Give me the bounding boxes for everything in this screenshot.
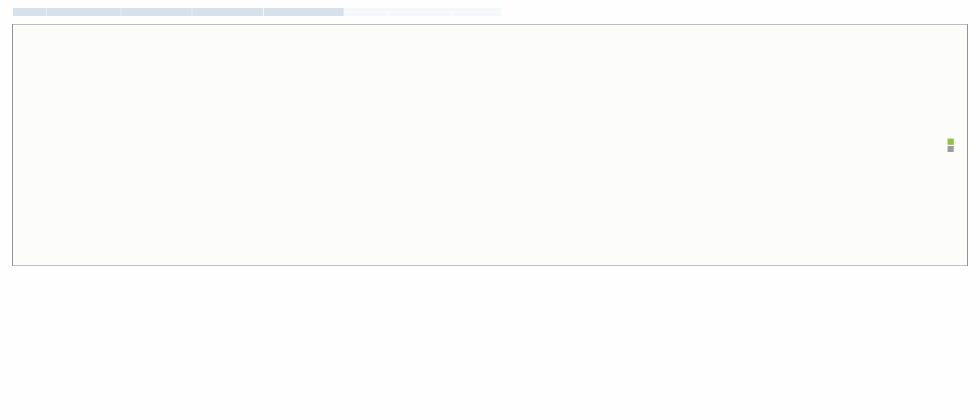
legend-completed — [948, 139, 957, 145]
gantt-rows — [13, 42, 863, 258]
col-task-id — [13, 8, 47, 17]
legend-current-duration — [948, 146, 957, 152]
col-completed — [453, 12, 502, 17]
legend-swatch-completed — [948, 139, 954, 145]
col-end — [192, 8, 263, 17]
col-task — [47, 8, 121, 17]
col-number-in-days — [344, 8, 502, 12]
col-start — [121, 8, 192, 17]
gantt-chart — [12, 24, 968, 266]
col-duration — [344, 12, 388, 17]
col-pct — [263, 8, 344, 17]
gantt-legend — [948, 137, 957, 153]
col-current-duration — [387, 12, 452, 17]
gantt-date-axis — [13, 28, 967, 39]
plan-table — [12, 7, 502, 17]
legend-swatch-duration — [948, 146, 954, 152]
